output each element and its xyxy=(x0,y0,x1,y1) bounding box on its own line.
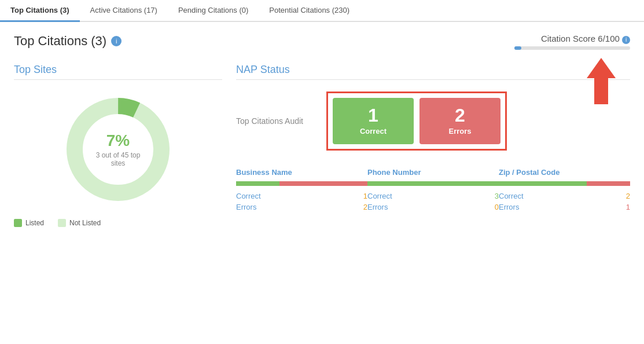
svg-marker-2 xyxy=(587,58,616,104)
right-panel: NAP Status Top Citations Audit 1 Correct… xyxy=(222,64,630,227)
nap-status-title: NAP Status xyxy=(236,64,630,80)
zip-code-correct-row: Correct 2 xyxy=(499,192,630,200)
zip-code-bar xyxy=(499,181,630,186)
correct-number: 1 xyxy=(368,106,378,125)
chart-legend: Listed Not Listed xyxy=(14,219,222,227)
phone-number-bar-correct xyxy=(367,181,499,186)
page-header: Top Citations (3) i Citation Score 6/100… xyxy=(14,34,630,50)
citation-score-section: Citation Score 6/100 i xyxy=(514,34,630,50)
phone-number-correct-label: Correct xyxy=(367,192,392,200)
errors-number: 2 xyxy=(455,106,465,125)
stat-col-phone-number: Phone Number Correct 3 Errors 0 xyxy=(367,168,499,214)
citation-score-label: Citation Score 6/100 xyxy=(541,34,620,43)
tab-active-citations[interactable]: Active Citations (17) xyxy=(80,0,168,22)
zip-code-bar-correct xyxy=(499,181,587,186)
zip-code-title: Zip / Postal Code xyxy=(499,168,630,177)
arrow-svg xyxy=(584,58,619,104)
business-name-correct-label: Correct xyxy=(236,192,261,200)
correct-box: 1 Correct xyxy=(333,98,414,144)
phone-number-title: Phone Number xyxy=(367,168,499,177)
stat-col-business-name: Business Name Correct 1 Errors 2 xyxy=(236,168,367,214)
zip-code-errors-val: 1 xyxy=(626,203,630,211)
phone-number-correct-row: Correct 3 xyxy=(367,192,499,200)
score-fill xyxy=(514,46,521,50)
business-name-errors-val: 2 xyxy=(363,203,367,211)
citation-score-info-icon[interactable]: i xyxy=(622,36,630,44)
top-sites-title: Top Sites xyxy=(14,64,222,80)
score-bar xyxy=(514,46,630,50)
business-name-errors-label: Errors xyxy=(236,203,256,211)
zip-code-errors-row: Errors 1 xyxy=(499,203,630,211)
business-name-correct-val: 1 xyxy=(363,192,367,200)
zip-code-bar-error xyxy=(587,181,630,186)
body-layout: Top Sites 7% 3 out of 45 top sites xyxy=(14,64,630,227)
title-text: Top Citations (3) xyxy=(14,34,106,49)
arrow-decoration xyxy=(584,58,619,106)
business-name-correct-row: Correct 1 xyxy=(236,192,367,200)
info-icon[interactable]: i xyxy=(111,36,122,46)
errors-label: Errors xyxy=(448,127,471,136)
legend-listed-label: Listed xyxy=(25,219,44,227)
business-name-title: Business Name xyxy=(236,168,367,177)
business-name-bar-correct xyxy=(236,181,279,186)
phone-number-errors-row: Errors 0 xyxy=(367,203,499,211)
tab-pending-citations[interactable]: Pending Citations (0) xyxy=(168,0,259,22)
donut-percent: 7% xyxy=(89,131,147,150)
tab-top-citations[interactable]: Top Citations (3) xyxy=(0,0,80,22)
business-name-errors-row: Errors 2 xyxy=(236,203,367,211)
donut-chart: 7% 3 out of 45 top sites xyxy=(60,92,176,207)
phone-number-correct-val: 3 xyxy=(495,192,499,200)
main-content: Top Citations (3) i Citation Score 6/100… xyxy=(0,22,644,239)
audit-row: Top Citations Audit 1 Correct 2 Errors xyxy=(236,92,630,151)
donut-sub: 3 out of 45 top sites xyxy=(89,151,147,167)
donut-container: 7% 3 out of 45 top sites xyxy=(14,92,222,207)
legend-not-listed-dot xyxy=(58,219,66,227)
phone-number-bar xyxy=(367,181,499,186)
business-name-bar-error xyxy=(279,181,367,186)
tabs-bar: Top Citations (3) Active Citations (17) … xyxy=(0,0,644,22)
legend-listed-dot xyxy=(14,219,22,227)
tab-potential-citations[interactable]: Potential Citations (230) xyxy=(259,0,360,22)
phone-number-errors-label: Errors xyxy=(367,203,388,211)
phone-number-errors-val: 0 xyxy=(495,203,499,211)
left-panel: Top Sites 7% 3 out of 45 top sites xyxy=(14,64,222,227)
business-name-bar xyxy=(236,181,367,186)
zip-code-correct-val: 2 xyxy=(626,192,630,200)
stats-columns: Business Name Correct 1 Errors 2 xyxy=(236,168,630,214)
donut-label: 7% 3 out of 45 top sites xyxy=(89,131,147,167)
errors-box: 2 Errors xyxy=(419,98,501,144)
legend-listed: Listed xyxy=(14,219,44,227)
stat-col-zip-code: Zip / Postal Code Correct 2 Errors 1 xyxy=(499,168,630,214)
legend-not-listed-label: Not Listed xyxy=(69,219,101,227)
audit-label: Top Citations Audit xyxy=(236,116,317,126)
correct-label: Correct xyxy=(360,127,387,136)
zip-code-errors-label: Errors xyxy=(499,203,519,211)
page-title: Top Citations (3) i xyxy=(14,34,122,49)
legend-not-listed: Not Listed xyxy=(58,219,101,227)
zip-code-correct-label: Correct xyxy=(499,192,524,200)
audit-boxes-wrapper: 1 Correct 2 Errors xyxy=(326,92,507,151)
